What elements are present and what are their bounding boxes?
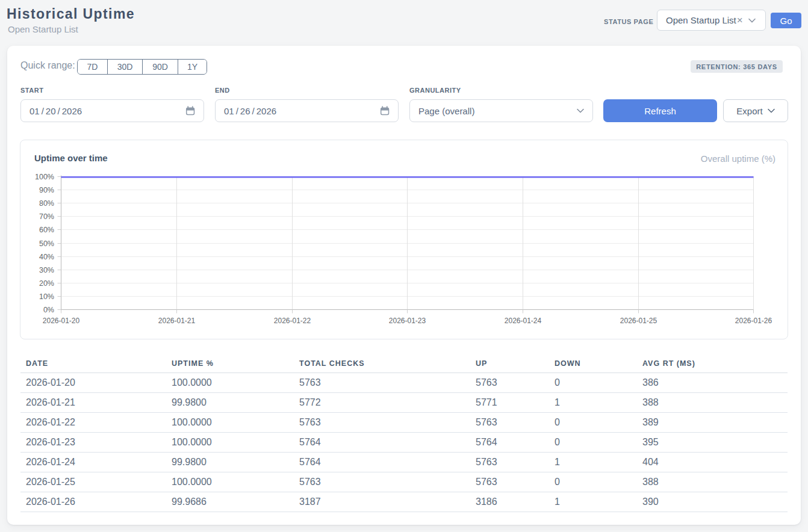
svg-text:2026-01-24: 2026-01-24	[505, 317, 542, 325]
svg-text:60%: 60%	[39, 226, 54, 234]
svg-text:2026-01-25: 2026-01-25	[620, 317, 657, 325]
svg-text:2026-01-22: 2026-01-22	[274, 317, 311, 325]
svg-text:2026-01-26: 2026-01-26	[735, 317, 772, 325]
svg-text:0%: 0%	[43, 306, 54, 314]
svg-text:30%: 30%	[39, 266, 54, 274]
svg-text:20%: 20%	[39, 279, 54, 288]
svg-text:40%: 40%	[39, 253, 54, 261]
svg-text:90%: 90%	[39, 186, 54, 194]
svg-text:2026-01-20: 2026-01-20	[43, 317, 80, 325]
svg-text:50%: 50%	[39, 240, 54, 248]
svg-text:100%: 100%	[35, 173, 54, 181]
svg-text:80%: 80%	[39, 199, 54, 208]
svg-text:2026-01-23: 2026-01-23	[389, 317, 426, 325]
svg-text:70%: 70%	[39, 212, 54, 221]
svg-text:10%: 10%	[39, 292, 54, 301]
svg-text:2026-01-21: 2026-01-21	[158, 317, 196, 325]
